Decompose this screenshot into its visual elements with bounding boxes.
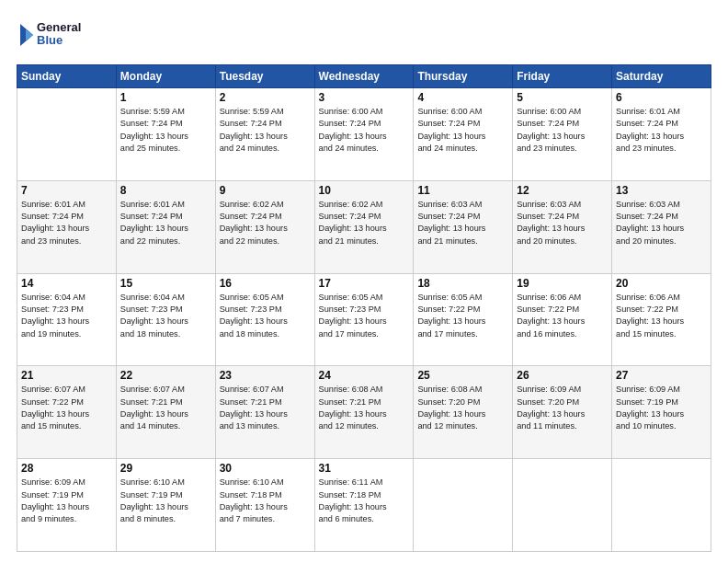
calendar-cell: 10Sunrise: 6:02 AMSunset: 7:24 PMDayligh…: [314, 180, 414, 273]
day-number: 12: [517, 184, 608, 197]
calendar-cell: [17, 88, 117, 181]
calendar-cell: 2Sunrise: 5:59 AMSunset: 7:24 PMDaylight…: [215, 88, 314, 181]
calendar-cell: 1Sunrise: 5:59 AMSunset: 7:24 PMDaylight…: [116, 88, 215, 181]
svg-text:Blue: Blue: [37, 33, 63, 47]
calendar-cell: 19Sunrise: 6:06 AMSunset: 7:22 PMDayligh…: [513, 273, 612, 366]
day-number: 23: [220, 369, 311, 382]
weekday-header: Wednesday: [314, 65, 414, 88]
svg-marker-3: [26, 29, 33, 40]
day-number: 18: [417, 277, 508, 290]
day-number: 14: [21, 277, 112, 290]
calendar-table: SundayMondayTuesdayWednesdayThursdayFrid…: [17, 64, 711, 552]
day-number: 17: [319, 277, 410, 290]
day-number: 24: [319, 369, 410, 382]
page-header: General Blue: [17, 17, 711, 55]
calendar-cell: 30Sunrise: 6:10 AMSunset: 7:18 PMDayligh…: [215, 459, 314, 552]
day-info: Sunrise: 6:09 AMSunset: 7:19 PMDaylight:…: [21, 477, 112, 525]
calendar-cell: 3Sunrise: 6:00 AMSunset: 7:24 PMDaylight…: [314, 88, 414, 181]
calendar-cell: 26Sunrise: 6:09 AMSunset: 7:20 PMDayligh…: [513, 366, 612, 459]
day-number: 2: [220, 91, 311, 104]
calendar-cell: [414, 459, 513, 552]
calendar-cell: 7Sunrise: 6:01 AMSunset: 7:24 PMDaylight…: [17, 180, 117, 273]
day-info: Sunrise: 6:00 AMSunset: 7:24 PMDaylight:…: [319, 106, 410, 155]
day-number: 31: [319, 462, 410, 475]
day-info: Sunrise: 6:07 AMSunset: 7:22 PMDaylight:…: [21, 384, 112, 432]
day-number: 29: [120, 462, 211, 475]
day-number: 16: [220, 277, 311, 290]
day-info: Sunrise: 6:01 AMSunset: 7:24 PMDaylight:…: [21, 199, 112, 247]
calendar-cell: 20Sunrise: 6:06 AMSunset: 7:22 PMDayligh…: [612, 273, 711, 366]
calendar-cell: 8Sunrise: 6:01 AMSunset: 7:24 PMDaylight…: [116, 180, 215, 273]
weekday-header: Thursday: [414, 65, 513, 88]
calendar-cell: 13Sunrise: 6:03 AMSunset: 7:24 PMDayligh…: [612, 180, 711, 273]
day-info: Sunrise: 6:07 AMSunset: 7:21 PMDaylight:…: [120, 384, 211, 432]
day-info: Sunrise: 6:10 AMSunset: 7:18 PMDaylight:…: [220, 477, 311, 525]
day-number: 3: [319, 91, 410, 104]
day-info: Sunrise: 6:07 AMSunset: 7:21 PMDaylight:…: [220, 384, 311, 432]
calendar-cell: [513, 459, 612, 552]
day-number: 1: [120, 91, 211, 104]
day-info: Sunrise: 6:08 AMSunset: 7:21 PMDaylight:…: [319, 384, 410, 432]
calendar-cell: 29Sunrise: 6:10 AMSunset: 7:19 PMDayligh…: [116, 459, 215, 552]
day-info: Sunrise: 6:00 AMSunset: 7:24 PMDaylight:…: [517, 106, 608, 155]
weekday-header: Sunday: [17, 65, 117, 88]
day-info: Sunrise: 6:00 AMSunset: 7:24 PMDaylight:…: [417, 106, 508, 155]
calendar-cell: 6Sunrise: 6:01 AMSunset: 7:24 PMDaylight…: [612, 88, 711, 181]
day-info: Sunrise: 6:03 AMSunset: 7:24 PMDaylight:…: [616, 199, 707, 247]
calendar-cell: 18Sunrise: 6:05 AMSunset: 7:22 PMDayligh…: [414, 273, 513, 366]
weekday-header: Saturday: [612, 65, 711, 88]
calendar-cell: 27Sunrise: 6:09 AMSunset: 7:19 PMDayligh…: [612, 366, 711, 459]
day-info: Sunrise: 6:08 AMSunset: 7:20 PMDaylight:…: [417, 384, 508, 432]
day-number: 25: [417, 369, 508, 382]
day-number: 5: [517, 91, 608, 104]
day-number: 13: [616, 184, 707, 197]
day-info: Sunrise: 5:59 AMSunset: 7:24 PMDaylight:…: [220, 106, 311, 155]
day-info: Sunrise: 6:06 AMSunset: 7:22 PMDaylight:…: [517, 292, 608, 340]
day-info: Sunrise: 6:02 AMSunset: 7:24 PMDaylight:…: [220, 199, 311, 247]
day-info: Sunrise: 6:01 AMSunset: 7:24 PMDaylight:…: [616, 106, 707, 155]
day-info: Sunrise: 6:04 AMSunset: 7:23 PMDaylight:…: [120, 292, 211, 340]
day-number: 11: [417, 184, 508, 197]
calendar-cell: 5Sunrise: 6:00 AMSunset: 7:24 PMDaylight…: [513, 88, 612, 181]
day-number: 27: [616, 369, 707, 382]
svg-text:General: General: [37, 20, 81, 34]
day-info: Sunrise: 6:03 AMSunset: 7:24 PMDaylight:…: [417, 199, 508, 247]
day-number: 9: [220, 184, 311, 197]
day-info: Sunrise: 6:01 AMSunset: 7:24 PMDaylight:…: [120, 199, 211, 247]
weekday-header: Friday: [513, 65, 612, 88]
day-info: Sunrise: 6:02 AMSunset: 7:24 PMDaylight:…: [319, 199, 410, 247]
day-number: 26: [517, 369, 608, 382]
calendar-cell: 21Sunrise: 6:07 AMSunset: 7:22 PMDayligh…: [17, 366, 117, 459]
calendar-cell: 28Sunrise: 6:09 AMSunset: 7:19 PMDayligh…: [17, 459, 117, 552]
day-number: 10: [319, 184, 410, 197]
day-number: 28: [21, 462, 112, 475]
calendar-cell: 4Sunrise: 6:00 AMSunset: 7:24 PMDaylight…: [414, 88, 513, 181]
calendar-cell: 11Sunrise: 6:03 AMSunset: 7:24 PMDayligh…: [414, 180, 513, 273]
calendar-cell: 12Sunrise: 6:03 AMSunset: 7:24 PMDayligh…: [513, 180, 612, 273]
calendar-cell: 25Sunrise: 6:08 AMSunset: 7:20 PMDayligh…: [414, 366, 513, 459]
day-info: Sunrise: 6:10 AMSunset: 7:19 PMDaylight:…: [120, 477, 211, 525]
day-number: 15: [120, 277, 211, 290]
day-info: Sunrise: 6:04 AMSunset: 7:23 PMDaylight:…: [21, 292, 112, 340]
day-info: Sunrise: 6:06 AMSunset: 7:22 PMDaylight:…: [616, 292, 707, 340]
day-info: Sunrise: 6:05 AMSunset: 7:23 PMDaylight:…: [319, 292, 410, 340]
day-number: 6: [616, 91, 707, 104]
day-number: 7: [21, 184, 112, 197]
calendar-cell: 15Sunrise: 6:04 AMSunset: 7:23 PMDayligh…: [116, 273, 215, 366]
day-number: 21: [21, 369, 112, 382]
day-number: 30: [220, 462, 311, 475]
calendar-cell: 14Sunrise: 6:04 AMSunset: 7:23 PMDayligh…: [17, 273, 117, 366]
day-info: Sunrise: 6:11 AMSunset: 7:18 PMDaylight:…: [319, 477, 410, 525]
weekday-header: Tuesday: [215, 65, 314, 88]
day-info: Sunrise: 6:05 AMSunset: 7:23 PMDaylight:…: [220, 292, 311, 340]
day-number: 4: [417, 91, 508, 104]
day-info: Sunrise: 6:09 AMSunset: 7:19 PMDaylight:…: [616, 384, 707, 432]
calendar-cell: 24Sunrise: 6:08 AMSunset: 7:21 PMDayligh…: [314, 366, 414, 459]
day-info: Sunrise: 6:03 AMSunset: 7:24 PMDaylight:…: [517, 199, 608, 247]
day-info: Sunrise: 5:59 AMSunset: 7:24 PMDaylight:…: [120, 106, 211, 155]
day-number: 8: [120, 184, 211, 197]
calendar-cell: 31Sunrise: 6:11 AMSunset: 7:18 PMDayligh…: [314, 459, 414, 552]
day-number: 19: [517, 277, 608, 290]
calendar-cell: 22Sunrise: 6:07 AMSunset: 7:21 PMDayligh…: [116, 366, 215, 459]
weekday-header: Monday: [116, 65, 215, 88]
